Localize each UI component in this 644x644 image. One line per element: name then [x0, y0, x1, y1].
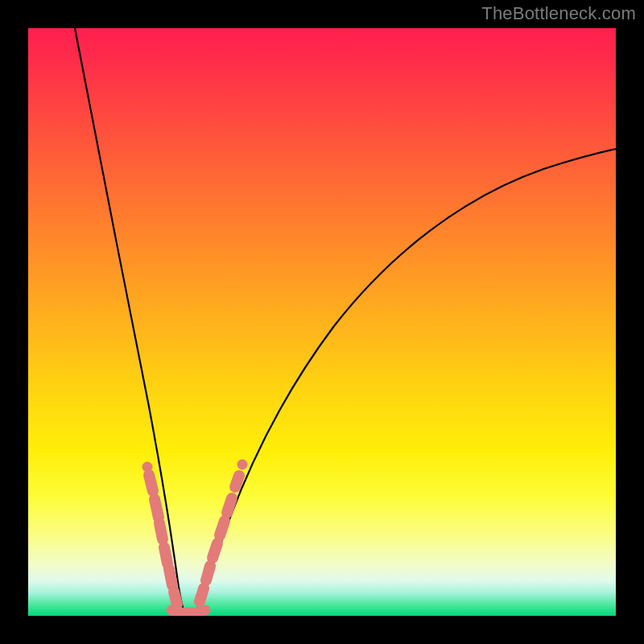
curve-right-arm [195, 149, 616, 616]
marker-cluster-valley [171, 610, 205, 613]
marker-cluster-left [149, 475, 177, 605]
chart-frame: TheBottleneck.com [0, 0, 644, 644]
marker-cluster-right [200, 476, 239, 601]
chart-svg [28, 28, 616, 616]
curve-left-arm [75, 28, 186, 616]
plot-area [28, 28, 616, 616]
marker-singletons [142, 460, 248, 473]
svg-point-0 [142, 462, 153, 473]
svg-point-1 [237, 460, 248, 470]
watermark-text: TheBottleneck.com [481, 3, 636, 24]
